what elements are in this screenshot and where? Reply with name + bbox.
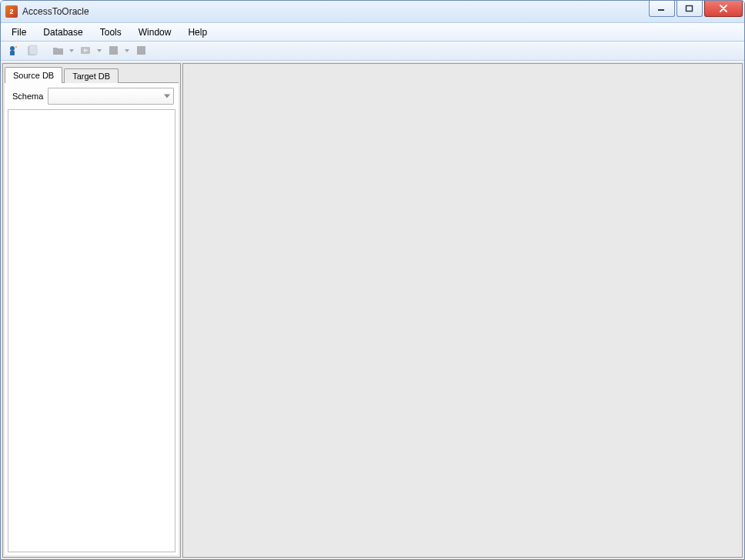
chevron-down-icon [69,48,74,53]
menu-file[interactable]: File [4,25,34,39]
toolbar-stop-dropdown[interactable] [124,43,130,58]
toolbar-open-dropdown[interactable] [68,43,75,58]
menu-window[interactable]: Window [131,25,179,39]
chevron-down-icon [125,48,129,53]
stop-icon [108,45,120,57]
tab-source-db[interactable]: Source DB [5,67,62,83]
svg-rect-8 [109,46,118,55]
maximize-button[interactable] [677,1,703,17]
minimize-button[interactable] [649,1,675,17]
toolbar-stop-button[interactable] [105,42,122,59]
toolbar-execute-button[interactable] [78,42,95,59]
schema-row: Schema [5,83,179,109]
schema-label: Schema [12,92,43,101]
toolbar [1,42,744,61]
svg-rect-6 [29,45,37,55]
content-panel [182,63,743,558]
menu-tools[interactable]: Tools [92,25,129,39]
toolbar-execute-dropdown[interactable] [96,43,102,58]
svg-point-4 [15,46,17,48]
toolbar-open-button[interactable] [50,42,67,59]
sessions-icon [26,45,38,57]
execute-icon [80,45,92,57]
stop-icon [135,45,148,57]
toolbar-stop2-button[interactable] [133,42,150,59]
source-db-panel: Schema [5,82,179,555]
maximize-icon [685,5,694,12]
menubar: File Database Tools Window Help [1,23,744,42]
tab-target-db[interactable]: Target DB [64,68,119,83]
chevron-down-icon [97,48,102,53]
minimize-icon [657,5,666,12]
folder-icon [52,45,65,57]
window-title: AccessToOracle [22,6,649,17]
svg-rect-1 [687,6,693,12]
menu-database[interactable]: Database [35,25,90,39]
window-controls [649,1,743,22]
close-icon [719,5,728,12]
wizard-icon [6,45,18,57]
app-window: AccessToOracle File Database Tools Windo… [0,0,745,560]
schema-combobox[interactable] [48,88,174,105]
object-tree[interactable] [8,109,175,552]
toolbar-wizard-button[interactable] [4,42,21,59]
close-button[interactable] [704,1,743,17]
left-panel: Source DB Target DB Schema [2,63,181,558]
chevron-down-icon [164,95,170,98]
menu-help[interactable]: Help [180,25,215,39]
svg-rect-0 [658,9,664,11]
toolbar-sessions-button[interactable] [24,42,41,59]
app-icon [5,5,18,18]
titlebar: AccessToOracle [1,1,744,23]
toolbar-open-group [50,42,75,59]
svg-rect-9 [137,46,145,55]
client-area: Source DB Target DB Schema [1,61,744,559]
svg-point-2 [10,46,15,51]
svg-rect-3 [10,51,15,55]
toolbar-execute-group [78,42,102,59]
db-tabstrip: Source DB Target DB [3,64,180,82]
toolbar-stop-group [105,42,130,59]
